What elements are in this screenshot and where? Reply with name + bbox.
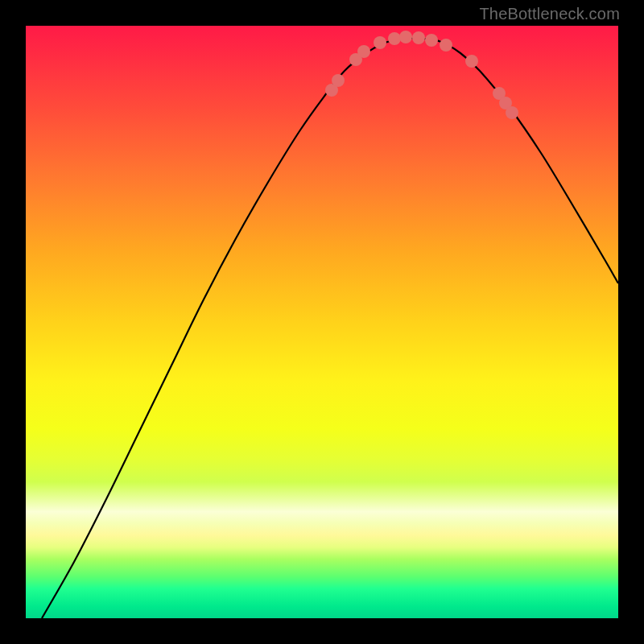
curve-marker: [412, 31, 425, 44]
curve-marker: [374, 36, 386, 49]
chart-svg: [26, 26, 618, 618]
curve-marker: [388, 32, 401, 45]
curve-marker: [465, 55, 478, 68]
curve-markers: [325, 31, 518, 119]
curve-marker: [332, 74, 345, 87]
chart-plot-area: [26, 26, 618, 618]
chart-frame: TheBottleneck.com: [0, 0, 644, 644]
attribution-label: TheBottleneck.com: [479, 5, 620, 23]
curve-marker: [425, 34, 438, 47]
curve-marker: [506, 106, 518, 119]
curve-marker: [357, 45, 370, 58]
curve-marker: [440, 39, 452, 52]
curve-marker: [399, 31, 412, 43]
bottleneck-curve: [42, 38, 618, 618]
